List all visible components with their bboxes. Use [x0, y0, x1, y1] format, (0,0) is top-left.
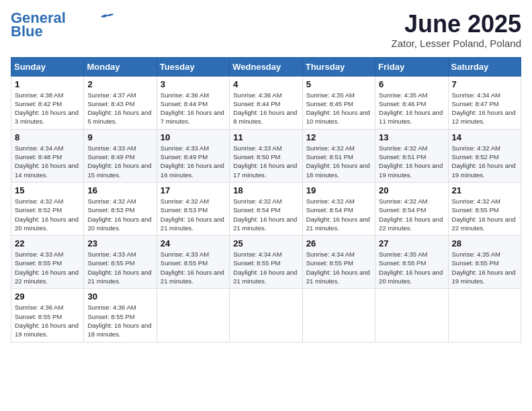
day-info: Sunrise: 4:37 AM Sunset: 8:43 PM Dayligh…	[87, 91, 152, 126]
day-info: Sunrise: 4:32 AM Sunset: 8:54 PM Dayligh…	[306, 197, 371, 232]
calendar-cell: 15 Sunrise: 4:32 AM Sunset: 8:52 PM Dayl…	[11, 182, 84, 235]
calendar-cell: 1 Sunrise: 4:38 AM Sunset: 8:42 PM Dayli…	[11, 76, 84, 129]
calendar-cell: 30 Sunrise: 4:36 AM Sunset: 8:55 PM Dayl…	[84, 289, 157, 342]
calendar-cell	[375, 289, 448, 342]
calendar-cell: 29 Sunrise: 4:36 AM Sunset: 8:55 PM Dayl…	[11, 289, 84, 342]
calendar-cell: 21 Sunrise: 4:32 AM Sunset: 8:55 PM Dayl…	[448, 182, 521, 235]
day-number: 6	[379, 79, 444, 89]
calendar-cell: 10 Sunrise: 4:33 AM Sunset: 8:49 PM Dayl…	[157, 129, 229, 182]
day-number: 10	[161, 132, 226, 142]
day-info: Sunrise: 4:33 AM Sunset: 8:55 PM Dayligh…	[161, 250, 226, 285]
day-number: 11	[233, 132, 298, 142]
day-number: 16	[87, 185, 152, 195]
day-number: 19	[306, 185, 371, 195]
day-number: 3	[161, 79, 226, 89]
day-info: Sunrise: 4:32 AM Sunset: 8:54 PM Dayligh…	[233, 197, 298, 232]
day-info: Sunrise: 4:35 AM Sunset: 8:46 PM Dayligh…	[379, 91, 444, 126]
day-number: 21	[452, 185, 517, 195]
calendar-cell: 14 Sunrise: 4:32 AM Sunset: 8:52 PM Dayl…	[448, 129, 521, 182]
calendar-cell	[157, 289, 229, 342]
calendar-cell: 3 Sunrise: 4:36 AM Sunset: 8:44 PM Dayli…	[157, 76, 229, 129]
calendar-cell: 4 Sunrise: 4:36 AM Sunset: 8:44 PM Dayli…	[230, 76, 302, 129]
calendar-cell: 9 Sunrise: 4:33 AM Sunset: 8:49 PM Dayli…	[84, 129, 157, 182]
logo: General Blue	[11, 11, 114, 39]
day-info: Sunrise: 4:33 AM Sunset: 8:49 PM Dayligh…	[161, 144, 226, 179]
logo-bird-icon	[101, 12, 114, 21]
day-number: 15	[15, 185, 80, 195]
day-number: 30	[87, 291, 152, 302]
day-number: 26	[306, 238, 371, 248]
day-info: Sunrise: 4:34 AM Sunset: 8:55 PM Dayligh…	[306, 250, 371, 285]
calendar-week-row: 22 Sunrise: 4:33 AM Sunset: 8:55 PM Dayl…	[11, 236, 521, 289]
day-number: 13	[379, 132, 444, 142]
weekday-header-sunday: Sunday	[11, 57, 84, 76]
day-info: Sunrise: 4:32 AM Sunset: 8:53 PM Dayligh…	[87, 197, 152, 232]
calendar-cell: 25 Sunrise: 4:34 AM Sunset: 8:55 PM Dayl…	[230, 236, 302, 289]
day-info: Sunrise: 4:36 AM Sunset: 8:44 PM Dayligh…	[161, 91, 226, 126]
day-info: Sunrise: 4:33 AM Sunset: 8:55 PM Dayligh…	[15, 250, 80, 285]
day-info: Sunrise: 4:32 AM Sunset: 8:54 PM Dayligh…	[379, 197, 444, 232]
day-number: 9	[87, 132, 152, 142]
calendar-cell: 5 Sunrise: 4:35 AM Sunset: 8:45 PM Dayli…	[302, 76, 375, 129]
day-info: Sunrise: 4:35 AM Sunset: 8:45 PM Dayligh…	[306, 91, 371, 126]
day-info: Sunrise: 4:34 AM Sunset: 8:55 PM Dayligh…	[233, 250, 298, 285]
calendar-cell: 26 Sunrise: 4:34 AM Sunset: 8:55 PM Dayl…	[302, 236, 375, 289]
calendar-cell: 19 Sunrise: 4:32 AM Sunset: 8:54 PM Dayl…	[302, 182, 375, 235]
weekday-header-friday: Friday	[375, 57, 448, 76]
day-number: 28	[452, 238, 517, 248]
calendar-cell	[302, 289, 375, 342]
calendar-cell: 23 Sunrise: 4:33 AM Sunset: 8:55 PM Dayl…	[84, 236, 157, 289]
calendar-cell: 24 Sunrise: 4:33 AM Sunset: 8:55 PM Dayl…	[157, 236, 229, 289]
day-number: 18	[233, 185, 298, 195]
day-info: Sunrise: 4:32 AM Sunset: 8:52 PM Dayligh…	[15, 197, 80, 232]
day-info: Sunrise: 4:36 AM Sunset: 8:55 PM Dayligh…	[87, 303, 152, 338]
calendar-cell: 8 Sunrise: 4:34 AM Sunset: 8:48 PM Dayli…	[11, 129, 84, 182]
day-info: Sunrise: 4:36 AM Sunset: 8:55 PM Dayligh…	[15, 303, 80, 338]
day-info: Sunrise: 4:35 AM Sunset: 8:55 PM Dayligh…	[379, 250, 444, 285]
day-number: 25	[233, 238, 298, 248]
day-info: Sunrise: 4:34 AM Sunset: 8:48 PM Dayligh…	[15, 144, 80, 179]
page-header: General Blue June 2025 Zator, Lesser Pol…	[11, 11, 521, 49]
day-number: 24	[161, 238, 226, 248]
weekday-header-wednesday: Wednesday	[230, 57, 302, 76]
weekday-header-thursday: Thursday	[302, 57, 375, 76]
day-info: Sunrise: 4:36 AM Sunset: 8:44 PM Dayligh…	[233, 91, 298, 126]
day-number: 20	[379, 185, 444, 195]
calendar-week-row: 29 Sunrise: 4:36 AM Sunset: 8:55 PM Dayl…	[11, 289, 521, 342]
day-info: Sunrise: 4:32 AM Sunset: 8:51 PM Dayligh…	[379, 144, 444, 179]
weekday-header-saturday: Saturday	[448, 57, 521, 76]
calendar-cell: 16 Sunrise: 4:32 AM Sunset: 8:53 PM Dayl…	[84, 182, 157, 235]
day-info: Sunrise: 4:33 AM Sunset: 8:50 PM Dayligh…	[233, 144, 298, 179]
calendar-cell: 11 Sunrise: 4:33 AM Sunset: 8:50 PM Dayl…	[230, 129, 302, 182]
calendar-cell: 17 Sunrise: 4:32 AM Sunset: 8:53 PM Dayl…	[157, 182, 229, 235]
day-number: 23	[87, 238, 152, 248]
day-number: 1	[15, 79, 80, 89]
calendar-header-row: SundayMondayTuesdayWednesdayThursdayFrid…	[11, 57, 521, 76]
calendar-cell: 20 Sunrise: 4:32 AM Sunset: 8:54 PM Dayl…	[375, 182, 448, 235]
day-number: 27	[379, 238, 444, 248]
calendar-cell: 18 Sunrise: 4:32 AM Sunset: 8:54 PM Dayl…	[230, 182, 302, 235]
calendar-cell: 22 Sunrise: 4:33 AM Sunset: 8:55 PM Dayl…	[11, 236, 84, 289]
calendar-cell: 13 Sunrise: 4:32 AM Sunset: 8:51 PM Dayl…	[375, 129, 448, 182]
month-title: June 2025	[392, 11, 521, 38]
logo-blue: Blue	[11, 24, 43, 39]
day-number: 2	[87, 79, 152, 89]
calendar-cell: 7 Sunrise: 4:34 AM Sunset: 8:47 PM Dayli…	[448, 76, 521, 129]
calendar-cell	[448, 289, 521, 342]
day-info: Sunrise: 4:32 AM Sunset: 8:52 PM Dayligh…	[452, 144, 517, 179]
day-number: 12	[306, 132, 371, 142]
day-number: 4	[233, 79, 298, 89]
calendar-cell: 6 Sunrise: 4:35 AM Sunset: 8:46 PM Dayli…	[375, 76, 448, 129]
location-subtitle: Zator, Lesser Poland, Poland	[392, 38, 521, 49]
day-number: 7	[452, 79, 517, 89]
day-number: 22	[15, 238, 80, 248]
day-info: Sunrise: 4:34 AM Sunset: 8:47 PM Dayligh…	[452, 91, 517, 126]
calendar-week-row: 1 Sunrise: 4:38 AM Sunset: 8:42 PM Dayli…	[11, 76, 521, 129]
day-number: 29	[15, 291, 80, 302]
calendar-cell: 2 Sunrise: 4:37 AM Sunset: 8:43 PM Dayli…	[84, 76, 157, 129]
day-number: 5	[306, 79, 371, 89]
day-number: 8	[15, 132, 80, 142]
title-section: June 2025 Zator, Lesser Poland, Poland	[392, 11, 521, 49]
calendar-week-row: 8 Sunrise: 4:34 AM Sunset: 8:48 PM Dayli…	[11, 129, 521, 182]
calendar-cell: 12 Sunrise: 4:32 AM Sunset: 8:51 PM Dayl…	[302, 129, 375, 182]
